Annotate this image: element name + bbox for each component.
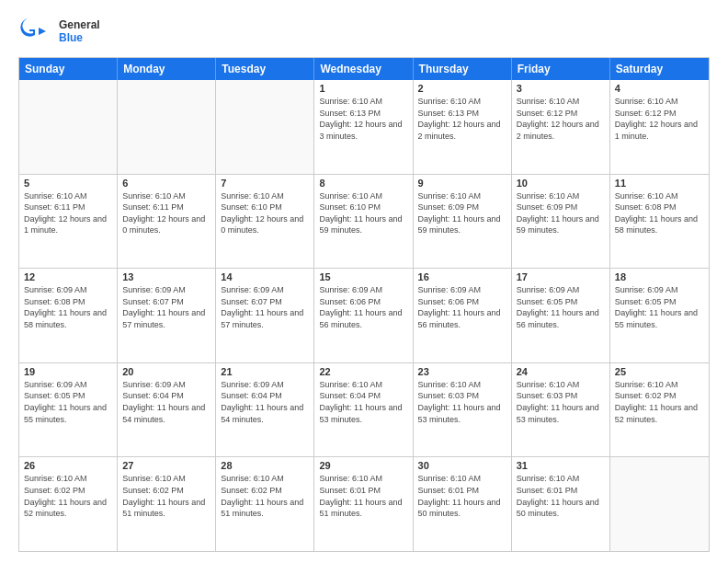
day-number: 31 (517, 460, 605, 471)
calendar-header: SundayMondayTuesdayWednesdayThursdayFrid… (19, 58, 709, 80)
day-number: 24 (517, 366, 605, 377)
day-info: Sunrise: 6:10 AMSunset: 6:09 PMDaylight:… (517, 190, 605, 236)
calendar-cell: 18Sunrise: 6:09 AMSunset: 6:05 PMDayligh… (610, 269, 709, 362)
calendar-cell (118, 80, 216, 174)
calendar-cell: 23Sunrise: 6:10 AMSunset: 6:03 PMDayligh… (414, 363, 512, 457)
calendar-cell: 2Sunrise: 6:10 AMSunset: 6:13 PMDaylight… (414, 80, 512, 174)
calendar-cell: 26Sunrise: 6:10 AMSunset: 6:02 PMDayligh… (19, 457, 118, 551)
weekday-header: Sunday (19, 58, 118, 80)
day-info: Sunrise: 6:10 AMSunset: 6:08 PMDaylight:… (615, 190, 704, 236)
calendar-cell: 7Sunrise: 6:10 AMSunset: 6:10 PMDaylight… (216, 175, 314, 269)
day-info: Sunrise: 6:09 AMSunset: 6:07 PMDaylight:… (221, 284, 309, 330)
day-number: 3 (517, 83, 605, 94)
day-info: Sunrise: 6:10 AMSunset: 6:01 PMDaylight:… (319, 473, 407, 519)
day-number: 27 (122, 460, 210, 471)
day-info: Sunrise: 6:10 AMSunset: 6:12 PMDaylight:… (517, 96, 605, 142)
calendar-cell: 4Sunrise: 6:10 AMSunset: 6:12 PMDaylight… (610, 80, 709, 174)
day-info: Sunrise: 6:10 AMSunset: 6:11 PMDaylight:… (24, 190, 112, 236)
day-info: Sunrise: 6:10 AMSunset: 6:04 PMDaylight:… (319, 379, 407, 425)
calendar-cell: 10Sunrise: 6:10 AMSunset: 6:09 PMDayligh… (512, 175, 610, 269)
calendar-cell: 30Sunrise: 6:10 AMSunset: 6:01 PMDayligh… (414, 457, 512, 551)
calendar-row: 1Sunrise: 6:10 AMSunset: 6:13 PMDaylight… (19, 80, 709, 175)
calendar-cell: 27Sunrise: 6:10 AMSunset: 6:02 PMDayligh… (118, 457, 216, 551)
day-number: 28 (221, 460, 309, 471)
day-info: Sunrise: 6:10 AMSunset: 6:02 PMDaylight:… (615, 379, 704, 425)
calendar-cell: 1Sunrise: 6:10 AMSunset: 6:13 PMDaylight… (314, 80, 413, 174)
day-number: 9 (418, 178, 506, 189)
day-number: 23 (418, 366, 506, 377)
calendar-cell: 13Sunrise: 6:09 AMSunset: 6:07 PMDayligh… (118, 269, 216, 362)
calendar-cell (610, 457, 709, 551)
weekday-header: Tuesday (216, 58, 314, 80)
calendar-cell: 20Sunrise: 6:09 AMSunset: 6:04 PMDayligh… (118, 363, 216, 457)
svg-marker-0 (39, 28, 46, 35)
logo-text: GeneralBlue (59, 18, 100, 45)
day-info: Sunrise: 6:09 AMSunset: 6:04 PMDaylight:… (221, 379, 309, 425)
calendar-cell: 21Sunrise: 6:09 AMSunset: 6:04 PMDayligh… (216, 363, 314, 457)
day-number: 1 (319, 83, 407, 94)
day-info: Sunrise: 6:10 AMSunset: 6:01 PMDaylight:… (418, 473, 506, 519)
day-info: Sunrise: 6:10 AMSunset: 6:10 PMDaylight:… (319, 190, 407, 236)
day-info: Sunrise: 6:09 AMSunset: 6:05 PMDaylight:… (24, 379, 112, 425)
day-info: Sunrise: 6:09 AMSunset: 6:06 PMDaylight:… (319, 284, 407, 330)
calendar-cell: 19Sunrise: 6:09 AMSunset: 6:05 PMDayligh… (19, 363, 118, 457)
day-info: Sunrise: 6:10 AMSunset: 6:10 PMDaylight:… (221, 190, 309, 236)
calendar-cell: 14Sunrise: 6:09 AMSunset: 6:07 PMDayligh… (216, 269, 314, 362)
calendar-cell: 24Sunrise: 6:10 AMSunset: 6:03 PMDayligh… (512, 363, 610, 457)
calendar-row: 26Sunrise: 6:10 AMSunset: 6:02 PMDayligh… (19, 457, 709, 551)
day-number: 30 (418, 460, 506, 471)
day-number: 16 (418, 271, 506, 282)
calendar-cell: 29Sunrise: 6:10 AMSunset: 6:01 PMDayligh… (314, 457, 413, 551)
weekday-header: Friday (512, 58, 610, 80)
calendar-row: 5Sunrise: 6:10 AMSunset: 6:11 PMDaylight… (19, 175, 709, 270)
day-info: Sunrise: 6:10 AMSunset: 6:02 PMDaylight:… (24, 473, 112, 519)
calendar-cell: 11Sunrise: 6:10 AMSunset: 6:08 PMDayligh… (610, 175, 709, 269)
day-number: 26 (24, 460, 112, 471)
calendar-cell (216, 80, 314, 174)
weekday-header: Monday (118, 58, 216, 80)
day-number: 17 (517, 271, 605, 282)
calendar-row: 12Sunrise: 6:09 AMSunset: 6:08 PMDayligh… (19, 269, 709, 363)
calendar-cell: 9Sunrise: 6:10 AMSunset: 6:09 PMDaylight… (414, 175, 512, 269)
day-info: Sunrise: 6:09 AMSunset: 6:05 PMDaylight:… (517, 284, 605, 330)
day-number: 12 (24, 271, 112, 282)
weekday-header: Saturday (610, 58, 709, 80)
calendar-cell: 17Sunrise: 6:09 AMSunset: 6:05 PMDayligh… (512, 269, 610, 362)
calendar-cell: 8Sunrise: 6:10 AMSunset: 6:10 PMDaylight… (314, 175, 413, 269)
day-info: Sunrise: 6:09 AMSunset: 6:08 PMDaylight:… (24, 284, 112, 330)
day-number: 10 (517, 178, 605, 189)
day-info: Sunrise: 6:10 AMSunset: 6:09 PMDaylight:… (418, 190, 506, 236)
day-number: 21 (221, 366, 309, 377)
day-number: 4 (615, 83, 704, 94)
calendar-cell: 3Sunrise: 6:10 AMSunset: 6:12 PMDaylight… (512, 80, 610, 174)
day-number: 19 (24, 366, 112, 377)
day-info: Sunrise: 6:09 AMSunset: 6:05 PMDaylight:… (615, 284, 704, 330)
day-info: Sunrise: 6:10 AMSunset: 6:03 PMDaylight:… (517, 379, 605, 425)
day-number: 13 (122, 271, 210, 282)
calendar-cell: 12Sunrise: 6:09 AMSunset: 6:08 PMDayligh… (19, 269, 118, 362)
day-info: Sunrise: 6:10 AMSunset: 6:11 PMDaylight:… (122, 190, 210, 236)
weekday-header: Thursday (414, 58, 512, 80)
logo: GeneralBlue (18, 15, 100, 48)
day-number: 20 (122, 366, 210, 377)
day-number: 18 (615, 271, 704, 282)
day-number: 22 (319, 366, 407, 377)
day-info: Sunrise: 6:10 AMSunset: 6:13 PMDaylight:… (418, 96, 506, 142)
day-info: Sunrise: 6:10 AMSunset: 6:12 PMDaylight:… (615, 96, 704, 142)
day-number: 5 (24, 178, 112, 189)
day-info: Sunrise: 6:10 AMSunset: 6:02 PMDaylight:… (122, 473, 210, 519)
day-info: Sunrise: 6:09 AMSunset: 6:07 PMDaylight:… (122, 284, 210, 330)
day-info: Sunrise: 6:10 AMSunset: 6:13 PMDaylight:… (319, 96, 407, 142)
calendar-cell: 6Sunrise: 6:10 AMSunset: 6:11 PMDaylight… (118, 175, 216, 269)
day-number: 29 (319, 460, 407, 471)
calendar-body: 1Sunrise: 6:10 AMSunset: 6:13 PMDaylight… (19, 80, 709, 551)
day-info: Sunrise: 6:10 AMSunset: 6:03 PMDaylight:… (418, 379, 506, 425)
day-number: 6 (122, 178, 210, 189)
day-info: Sunrise: 6:10 AMSunset: 6:01 PMDaylight:… (517, 473, 605, 519)
day-info: Sunrise: 6:10 AMSunset: 6:02 PMDaylight:… (221, 473, 309, 519)
day-number: 15 (319, 271, 407, 282)
day-info: Sunrise: 6:09 AMSunset: 6:04 PMDaylight:… (122, 379, 210, 425)
calendar-cell: 28Sunrise: 6:10 AMSunset: 6:02 PMDayligh… (216, 457, 314, 551)
day-info: Sunrise: 6:09 AMSunset: 6:06 PMDaylight:… (418, 284, 506, 330)
calendar-cell: 15Sunrise: 6:09 AMSunset: 6:06 PMDayligh… (314, 269, 413, 362)
